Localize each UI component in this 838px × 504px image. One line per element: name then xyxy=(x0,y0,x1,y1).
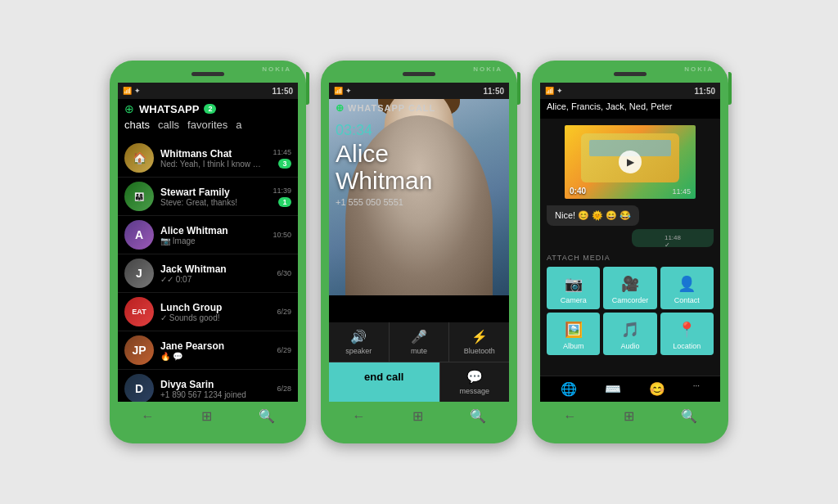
chat-meta: 6/30 xyxy=(277,269,291,277)
call-type-label: WHATSAPP CALL xyxy=(348,103,435,113)
speaker-button[interactable]: 🔊 speaker xyxy=(329,322,390,362)
message-sent: 11:48 ✓ xyxy=(632,229,714,247)
chat-name: Jack Whitman xyxy=(160,263,270,275)
list-item[interactable]: 👨‍👩‍👧 Stewart Family Steve: Great, thank… xyxy=(118,178,298,216)
home-button-3[interactable]: ⊞ xyxy=(624,408,634,424)
back-button-2[interactable]: ← xyxy=(353,409,366,424)
album-label: Album xyxy=(563,342,584,350)
back-button-3[interactable]: ← xyxy=(564,409,577,424)
phone3: NOKIA 📶 ✦ 11:50 Alice, Francis, Jack, Ne… xyxy=(532,61,728,443)
volume-button-3[interactable] xyxy=(728,72,732,105)
nav-bar-1: ← ⊞ 🔍 xyxy=(118,402,298,427)
camera-label: Camera xyxy=(561,296,587,304)
whatsapp-call-logo: ⊕ xyxy=(336,102,345,114)
chat-name: Lunch Group xyxy=(160,302,270,313)
chat-time: 6/30 xyxy=(277,269,291,277)
list-item[interactable]: EAT Lunch Group ✓ Sounds good! 6/29 xyxy=(118,293,298,331)
chat-name: Alice Whitman xyxy=(160,225,266,236)
bluetooth-label: Bluetooth xyxy=(464,347,495,355)
back-button-1[interactable]: ← xyxy=(142,409,155,424)
mute-label: mute xyxy=(411,347,427,355)
contact-button[interactable]: 👤 Contact xyxy=(660,267,714,309)
audio-button[interactable]: 🎵 Audio xyxy=(603,313,656,355)
chat-meta: 11:39 1 xyxy=(273,187,291,207)
camera-icon: 📷 xyxy=(565,275,583,293)
chat-badge: 3 xyxy=(278,159,291,169)
message-text: Nice! 😊 🌞 😄 😂 xyxy=(555,210,631,220)
chat-preview: Ned: Yeah, I think I know what you... xyxy=(160,160,266,169)
avatar: EAT xyxy=(124,297,154,326)
chat-body: ▶ 0:40 11:45 Nice! 😊 🌞 😄 😂 11:48 ✓ ATTAC… xyxy=(540,119,720,376)
home-button-2[interactable]: ⊞ xyxy=(412,408,423,424)
globe-button[interactable]: 🌐 xyxy=(561,381,577,397)
call-controls: 🔊 speaker 🎤 mute ⚡ Bluetooth end call 💬 … xyxy=(329,322,509,402)
caller-number: +1 555 050 5551 xyxy=(336,197,432,207)
avatar: J xyxy=(124,259,154,288)
home-button-1[interactable]: ⊞ xyxy=(201,408,212,424)
chat-badge: 1 xyxy=(278,197,291,207)
chat-time: 6/29 xyxy=(277,346,291,354)
tab-calls[interactable]: calls xyxy=(158,119,179,131)
location-icon: 📍 xyxy=(678,321,696,339)
nokia-brand-1: NOKIA xyxy=(262,65,291,73)
chat-preview: +1 890 567 1234 joined xyxy=(160,390,270,399)
volume-button-1[interactable] xyxy=(306,72,309,105)
search-button-2[interactable]: 🔍 xyxy=(470,408,486,424)
list-item[interactable]: J Jack Whitman ✓✓ 0:07 6/30 xyxy=(118,254,298,293)
chat-time: 6/29 xyxy=(277,308,291,316)
album-icon: 🖼️ xyxy=(565,321,583,339)
location-button[interactable]: 📍 Location xyxy=(660,313,714,355)
bottom-bar-3: 🌐 ⌨️ 😊 ··· xyxy=(540,376,720,402)
camcorder-icon: 🎥 xyxy=(621,275,639,293)
message-button[interactable]: 💬 message xyxy=(440,362,509,402)
chat-meta: 10:50 xyxy=(273,231,291,239)
nokia-brand-2: NOKIA xyxy=(473,65,502,73)
avatar: 👨‍👩‍👧 xyxy=(124,182,154,211)
album-button[interactable]: 🖼️ Album xyxy=(547,313,600,355)
tab-favorites[interactable]: favorites xyxy=(187,119,228,131)
chat-info: Divya Sarin +1 890 567 1234 joined xyxy=(160,379,270,399)
signal-icon-2: 📶 xyxy=(334,87,343,95)
chat-info: Alice Whitman 📷 Image xyxy=(160,225,266,245)
list-item[interactable]: 🏠 Whitmans Chat Ned: Yeah, I think I kno… xyxy=(118,139,298,178)
camera-button[interactable]: 📷 Camera xyxy=(547,267,600,309)
list-item[interactable]: A Alice Whitman 📷 Image 10:50 xyxy=(118,216,298,254)
call-screen: 📶 ✦ 11:50 ⊕ WHATSAPP CALL 03:34 Alice Wh… xyxy=(329,83,509,402)
status-time-3: 11:50 xyxy=(694,87,715,96)
more-button-3[interactable]: ··· xyxy=(693,381,700,397)
chat-preview: 🔥 💬 xyxy=(160,352,270,361)
bluetooth-icon: ⚡ xyxy=(471,329,488,344)
camcorder-button[interactable]: 🎥 Camcorder xyxy=(603,267,656,309)
tab-more[interactable]: a xyxy=(236,119,241,131)
nokia-brand-3: NOKIA xyxy=(684,65,714,73)
wifi-icon-2: ✦ xyxy=(345,87,352,95)
emoji-button[interactable]: 😊 xyxy=(649,381,665,397)
chat-name: Jane Pearson xyxy=(160,340,270,352)
call-controls-row2: end call 💬 message xyxy=(329,362,509,402)
chat-preview: ✓✓ 0:07 xyxy=(160,275,270,284)
camcorder-label: Camcorder xyxy=(612,296,649,304)
mute-button[interactable]: 🎤 mute xyxy=(390,322,450,362)
chat-meta: 6/29 xyxy=(277,308,291,316)
list-item[interactable]: D Divya Sarin +1 890 567 1234 joined 6/2… xyxy=(118,370,298,402)
attach-grid: 📷 Camera 🎥 Camcorder 👤 Contact 🖼️ Album xyxy=(547,267,714,355)
chat-preview: ✓ Sounds good! xyxy=(160,313,270,322)
audio-icon: 🎵 xyxy=(621,321,639,339)
end-call-button[interactable]: end call xyxy=(329,362,440,402)
search-button-1[interactable]: 🔍 xyxy=(259,408,275,424)
caller-info: Alice Whitman +1 555 050 5551 xyxy=(336,140,432,207)
keyboard-button[interactable]: ⌨️ xyxy=(605,381,621,397)
bluetooth-button[interactable]: ⚡ Bluetooth xyxy=(449,322,509,362)
avatar: 🏠 xyxy=(124,143,154,173)
volume-button-2[interactable] xyxy=(517,72,520,105)
chat-name: Stewart Family xyxy=(160,187,266,198)
phone-speaker-3 xyxy=(614,72,647,76)
video-thumbnail[interactable]: ▶ 0:40 11:45 xyxy=(565,125,696,199)
play-button-icon[interactable]: ▶ xyxy=(619,151,642,173)
search-button-3[interactable]: 🔍 xyxy=(681,408,697,424)
chat-meta: 11:45 3 xyxy=(273,148,291,169)
list-item[interactable]: JP Jane Pearson 🔥 💬 6/29 xyxy=(118,331,298,370)
chat-info: Jane Pearson 🔥 💬 xyxy=(160,340,270,361)
nav-bar-3: ← ⊞ 🔍 xyxy=(540,402,720,427)
tab-chats[interactable]: chats xyxy=(124,119,150,131)
